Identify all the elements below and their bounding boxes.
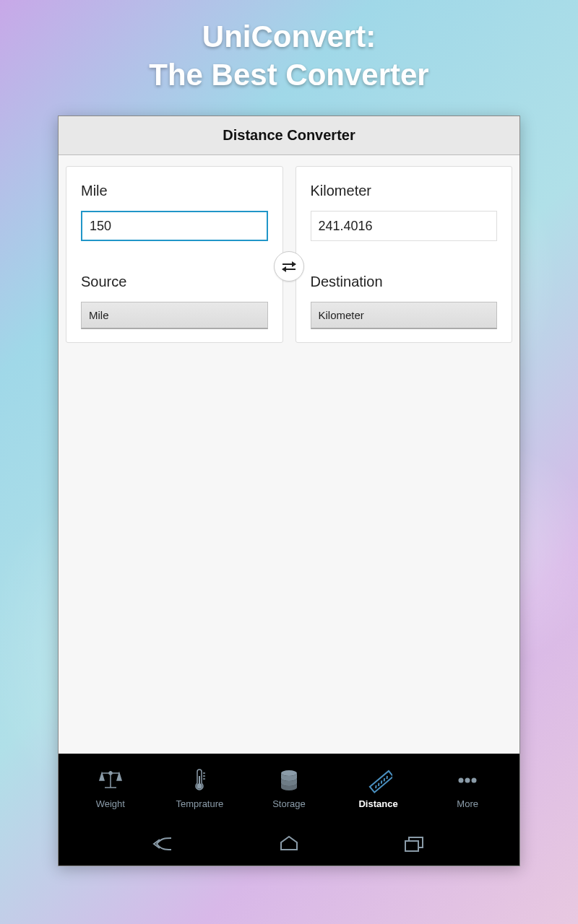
promo-line-1: UniConvert: (0, 18, 578, 56)
destination-unit-value: Kilometer (319, 309, 364, 321)
tab-label: Weight (96, 798, 125, 809)
promo-line-2: The Best Converter (0, 56, 578, 95)
content-area: Mile Source Mile Kilometer Destination K… (59, 155, 519, 754)
swap-icon (282, 263, 296, 270)
more-icon (454, 767, 481, 794)
destination-label: Destination (311, 274, 498, 290)
svg-point-9 (281, 770, 297, 776)
svg-point-3 (109, 772, 112, 775)
scale-icon (97, 767, 124, 794)
tab-label: More (457, 798, 478, 809)
svg-point-18 (472, 778, 477, 783)
svg-point-16 (459, 778, 464, 783)
tab-bar: Weight Temprature (59, 754, 519, 822)
page-title: Distance Converter (223, 127, 355, 143)
svg-line-13 (380, 780, 383, 783)
home-button[interactable] (275, 833, 303, 855)
svg-line-11 (374, 785, 377, 788)
destination-unit-select[interactable]: Kilometer (311, 302, 498, 329)
tab-distance[interactable]: Distance (334, 767, 423, 809)
svg-point-17 (465, 778, 470, 783)
android-nav-bar (59, 822, 519, 866)
to-panel: Kilometer Destination Kilometer (296, 166, 513, 343)
svg-line-14 (382, 778, 385, 781)
to-unit-label: Kilometer (311, 183, 498, 199)
tab-temperature[interactable]: Temprature (155, 767, 245, 809)
source-unit-select[interactable]: Mile (81, 302, 268, 329)
device-frame: Distance Converter Mile Source Mile Kilo… (58, 116, 520, 866)
source-unit-value: Mile (89, 309, 109, 321)
recent-apps-button[interactable] (400, 833, 428, 855)
tab-storage[interactable]: Storage (244, 767, 334, 809)
svg-line-12 (377, 783, 380, 786)
source-label: Source (81, 274, 268, 290)
swap-button[interactable] (274, 251, 304, 282)
svg-rect-19 (405, 841, 418, 851)
app-header: Distance Converter (59, 116, 519, 155)
to-value-input[interactable] (311, 211, 498, 241)
svg-line-15 (385, 776, 388, 779)
tab-label: Temprature (176, 798, 224, 809)
from-value-input[interactable] (81, 211, 268, 241)
promo-title: UniConvert: The Best Converter (0, 0, 578, 94)
from-panel: Mile Source Mile (66, 166, 283, 343)
tab-label: Distance (358, 798, 397, 809)
tab-more[interactable]: More (423, 767, 512, 809)
tab-label: Storage (272, 798, 306, 809)
tab-weight[interactable]: Weight (66, 767, 155, 809)
database-icon (275, 767, 303, 794)
thermometer-icon (186, 767, 213, 794)
from-unit-label: Mile (81, 183, 268, 199)
back-button[interactable] (150, 833, 178, 855)
ruler-icon (365, 767, 392, 794)
